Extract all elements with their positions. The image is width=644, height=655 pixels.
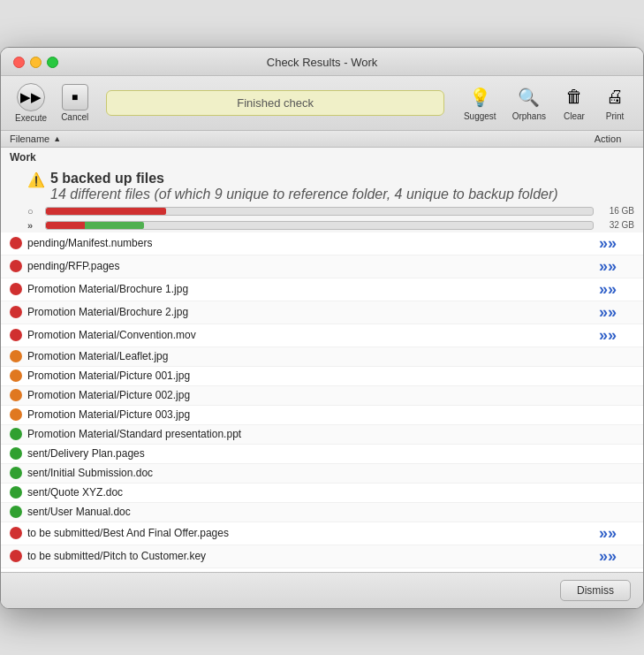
table-row[interactable]: Promotion Material/Convention.mov »» [1,324,643,347]
file-name: to be submitted/Pitch to Customer.key [27,550,581,562]
action-arrow: »» [581,280,634,299]
progress-fill-1 [46,208,166,215]
progress-row-1: ○ 16 GB [1,204,643,218]
table-row[interactable]: Promotion Material/Standard presentation… [1,425,643,445]
filename-column-header[interactable]: Filename ▲ [10,133,581,144]
table-row[interactable]: sent/Delivery Plan.pages [1,445,643,464]
window-title: Check Results - Work [267,56,377,69]
file-indicator [10,550,22,562]
file-name: Promotion Material/Leaflet.jpg [27,350,581,362]
table-row[interactable]: to be submitted/Pitch to Customer.key »» [1,545,643,568]
file-indicator [10,237,22,249]
table-row[interactable]: sent/Quote XYZ.doc [1,484,643,503]
file-list: pending/Manifest.numbers »» pending/RFP.… [1,232,643,572]
close-button[interactable] [13,57,25,68]
file-indicator [10,260,22,272]
progress-bar-2 [45,221,594,230]
file-indicator [10,369,22,382]
warning-icon: ⚠️ [27,171,45,188]
content-area[interactable]: Work ⚠️ 5 backed up files 14 different f… [1,148,643,572]
table-row[interactable]: pending/RFP.pages »» [1,255,643,278]
table-row[interactable]: Promotion Material/Brochure 1.jpg »» [1,278,643,301]
file-indicator [10,329,22,341]
execute-button[interactable]: ▶▶ Execute [10,81,52,125]
table-row[interactable]: Promotion Material/Picture 003.jpg [1,406,643,425]
footer: Dismiss [1,572,643,608]
cancel-label: Cancel [61,112,88,122]
action-arrow: »» [581,570,634,572]
progress-label-1: 16 GB [599,206,634,216]
main-window: Check Results - Work ▶▶ Execute ■ Cancel… [0,47,644,609]
file-indicator [10,283,22,295]
action-arrow: »» [581,303,634,322]
toolbar-right: 💡 Suggest 🔍 Orphans 🗑 Clear 🖨 Print [457,83,634,123]
action-arrow: »» [581,547,634,566]
status-field: Finished check [106,90,444,116]
file-name: Promotion Material/Convention.mov [27,329,581,341]
table-row[interactable]: sent/Initial Submission.doc [1,464,643,484]
file-indicator [10,467,22,479]
column-header: Filename ▲ Action [1,131,643,148]
print-button[interactable]: 🖨 Print [595,83,634,123]
file-indicator [10,389,22,401]
sort-arrow-icon: ▲ [53,134,61,143]
stop-icon: ■ [62,84,88,110]
orphans-button[interactable]: 🔍 Orphans [505,83,553,123]
clear-label: Clear [564,111,585,121]
progress-row-2: » 32 GB [1,218,643,232]
file-name: sent/User Manual.doc [27,506,581,518]
table-row[interactable]: Promotion Material/Picture 001.jpg [1,367,643,386]
file-name: Promotion Material/Brochure 2.jpg [27,306,581,318]
traffic-lights [13,57,58,68]
file-name: sent/Quote XYZ.doc [27,486,581,499]
file-name: Promotion Material/Brochure 1.jpg [27,283,581,295]
file-indicator [10,428,22,440]
orphans-label: Orphans [512,111,546,121]
warning-line1: 5 backed up files [50,171,558,187]
table-row[interactable]: Promotion Material/Leaflet.jpg [1,347,643,367]
file-name: pending/RFP.pages [27,260,581,272]
suggest-button[interactable]: 💡 Suggest [457,83,504,123]
table-row[interactable]: to be submitted/Best And Final Offer.pag… [1,522,643,545]
circle-icon: ○ [27,206,40,217]
progress-fill-2 [46,222,144,229]
clear-button[interactable]: 🗑 Clear [555,83,594,123]
file-name: sent/Initial Submission.doc [27,467,581,479]
file-name: pending/Manifest.numbers [27,237,581,249]
progress-bar-1 [45,207,594,216]
action-arrow: »» [581,524,634,543]
file-name: sent/Delivery Plan.pages [27,447,581,460]
trash-icon: 🗑 [562,85,587,110]
double-arrow-small-icon: » [27,220,40,231]
file-name: Promotion Material/Picture 003.jpg [27,408,581,421]
table-row[interactable]: pending/Manifest.numbers »» [1,232,643,255]
execute-label: Execute [15,113,47,123]
file-name: Promotion Material/Picture 002.jpg [27,389,581,401]
file-indicator [10,306,22,318]
file-indicator [10,486,22,499]
progress-label-2: 32 GB [599,220,634,230]
table-row[interactable]: Promotion Material/Brochure 2.jpg »» [1,301,643,324]
file-indicator [10,447,22,460]
file-indicator [10,527,22,539]
table-row[interactable]: Promotion Material/Picture 002.jpg [1,386,643,406]
file-indicator [10,506,22,518]
file-name: Promotion Material/Standard presentation… [27,428,581,440]
maximize-button[interactable] [47,57,58,68]
file-indicator [10,350,22,362]
file-name: Promotion Material/Picture 001.jpg [27,369,581,382]
file-indicator [10,408,22,421]
file-name: to be submitted/Best And Final Offer.pag… [27,527,581,539]
warning-text: 5 backed up files 14 different files (of… [50,171,558,202]
table-row[interactable]: sent/User Manual.doc [1,503,643,522]
dismiss-button[interactable]: Dismiss [560,580,631,601]
print-icon: 🖨 [602,85,627,110]
lightbulb-icon: 💡 [467,85,492,110]
execute-icon: ▶▶ [17,83,45,111]
warning-line2: 14 different files (of which 9 unique to… [50,187,558,202]
title-bar: Check Results - Work [1,48,643,76]
orphans-icon: 🔍 [517,85,542,110]
minimize-button[interactable] [30,57,42,68]
cancel-button[interactable]: ■ Cancel [56,82,94,124]
toolbar: ▶▶ Execute ■ Cancel Finished check 💡 Sug… [1,76,643,131]
